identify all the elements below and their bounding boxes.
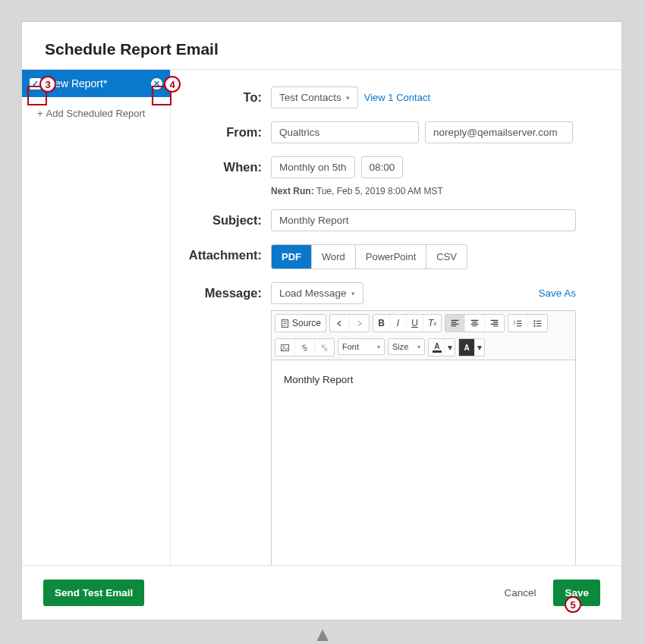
from-name-input[interactable] bbox=[271, 121, 419, 143]
modal-body: ✓ New Report* ✕ + Add Scheduled Report T… bbox=[22, 69, 621, 565]
next-run-text: Next Run: Tue, Feb 5, 2019 8:00 AM MST bbox=[271, 186, 605, 196]
close-report-icon[interactable]: ✕ bbox=[151, 78, 162, 90]
schedule-report-modal: Schedule Report Email ✓ New Report* ✕ + … bbox=[21, 21, 622, 620]
svg-point-3 bbox=[534, 320, 536, 322]
align-center-icon bbox=[470, 319, 480, 328]
row-when: When: Monthly on 5th 08:00 Next Run: Tue… bbox=[171, 156, 605, 196]
numbered-list-icon: 12 bbox=[513, 319, 523, 328]
chevron-down-icon: ▾ bbox=[351, 290, 355, 297]
modal-title: Schedule Report Email bbox=[22, 22, 621, 69]
chevron-down-icon: ▾ bbox=[346, 94, 350, 102]
align-right-button[interactable] bbox=[485, 315, 504, 331]
bulleted-list-button[interactable] bbox=[528, 315, 547, 331]
to-select[interactable]: Test Contacts ▾ bbox=[271, 86, 358, 108]
source-button[interactable]: Source bbox=[275, 315, 326, 331]
modal-footer: Send Test Email Cancel Save bbox=[22, 565, 621, 620]
italic-button[interactable]: I bbox=[390, 315, 407, 331]
undo-button[interactable] bbox=[330, 315, 350, 331]
attachment-word[interactable]: Word bbox=[312, 245, 356, 269]
text-color-swatch bbox=[433, 350, 442, 353]
rich-text-editor: Source B I U bbox=[271, 310, 576, 565]
annotation-4: 4 bbox=[164, 76, 181, 93]
font-select[interactable]: Font▾ bbox=[338, 338, 385, 355]
svg-point-7 bbox=[283, 345, 285, 347]
align-center-button[interactable] bbox=[465, 315, 485, 331]
row-from: From: bbox=[171, 121, 605, 143]
size-select[interactable]: Size▾ bbox=[388, 338, 425, 355]
attachment-pdf[interactable]: PDF bbox=[272, 245, 312, 269]
form-content: To: Test Contacts ▾ View 1 Contact From: bbox=[171, 70, 621, 565]
editor-toolbar: Source B I U bbox=[272, 311, 575, 360]
bulleted-list-icon bbox=[533, 319, 543, 328]
undo-icon bbox=[335, 319, 345, 328]
attachment-csv[interactable]: CSV bbox=[426, 245, 467, 269]
sidebar: ✓ New Report* ✕ + Add Scheduled Report bbox=[22, 70, 171, 565]
chevron-down-icon: ▾ bbox=[417, 344, 420, 350]
underline-button[interactable]: U bbox=[407, 315, 423, 331]
add-scheduled-report[interactable]: + Add Scheduled Report bbox=[22, 97, 170, 130]
svg-text:2: 2 bbox=[514, 322, 516, 325]
annotation-5: 5 bbox=[565, 596, 581, 613]
document-icon bbox=[280, 319, 290, 328]
image-button[interactable] bbox=[275, 339, 295, 356]
row-to: To: Test Contacts ▾ View 1 Contact bbox=[171, 86, 605, 108]
from-label: From: bbox=[171, 121, 271, 140]
plus-icon: + bbox=[37, 108, 43, 119]
redo-icon bbox=[354, 319, 364, 328]
link-button[interactable] bbox=[295, 339, 315, 356]
editor-body[interactable]: Monthly Report bbox=[272, 360, 575, 565]
save-as-link[interactable]: Save As bbox=[538, 287, 576, 299]
chevron-down-icon: ▾ bbox=[377, 344, 380, 350]
send-test-email-button[interactable]: Send Test Email bbox=[43, 580, 144, 606]
subject-label: Subject: bbox=[171, 209, 271, 228]
redo-button[interactable] bbox=[350, 315, 369, 331]
align-left-button[interactable] bbox=[445, 315, 465, 331]
warning-triangle-icon: ▲ bbox=[313, 623, 332, 644]
attachment-label: Attachment: bbox=[171, 244, 271, 262]
svg-point-5 bbox=[534, 325, 536, 326]
image-icon bbox=[280, 343, 290, 353]
row-subject: Subject: bbox=[171, 209, 605, 231]
clear-format-button[interactable]: Tx bbox=[423, 315, 441, 331]
attachment-toggle-group: PDF Word PowerPoint CSV bbox=[271, 244, 467, 269]
load-message-select[interactable]: Load Message ▾ bbox=[271, 282, 363, 304]
align-right-icon bbox=[489, 319, 499, 328]
text-color-dropdown[interactable]: ▾ bbox=[445, 339, 455, 356]
unlink-icon bbox=[319, 343, 329, 353]
subject-input[interactable] bbox=[271, 209, 576, 231]
attachment-powerpoint[interactable]: PowerPoint bbox=[356, 245, 426, 269]
unlink-button[interactable] bbox=[315, 339, 334, 356]
when-frequency-select[interactable]: Monthly on 5th bbox=[271, 156, 355, 178]
bg-color-button[interactable]: A bbox=[459, 339, 474, 356]
from-email-input[interactable] bbox=[425, 121, 573, 143]
numbered-list-button[interactable]: 12 bbox=[508, 315, 528, 331]
message-label: Message: bbox=[171, 282, 271, 300]
row-attachment: Attachment: PDF Word PowerPoint CSV bbox=[171, 244, 605, 269]
annotation-3: 3 bbox=[39, 76, 56, 93]
when-time-select[interactable]: 08:00 bbox=[361, 156, 404, 178]
link-icon bbox=[300, 343, 310, 353]
to-label: To: bbox=[171, 86, 271, 105]
svg-point-4 bbox=[534, 322, 536, 324]
cancel-button[interactable]: Cancel bbox=[492, 580, 547, 606]
bold-button[interactable]: B bbox=[373, 315, 390, 331]
bg-color-dropdown[interactable]: ▾ bbox=[475, 339, 484, 356]
text-color-button[interactable]: A bbox=[429, 339, 445, 356]
row-message: Message: Load Message ▾ Save As bbox=[171, 282, 605, 304]
align-left-icon bbox=[450, 319, 460, 328]
view-contact-link[interactable]: View 1 Contact bbox=[364, 92, 430, 103]
when-label: When: bbox=[171, 156, 271, 174]
